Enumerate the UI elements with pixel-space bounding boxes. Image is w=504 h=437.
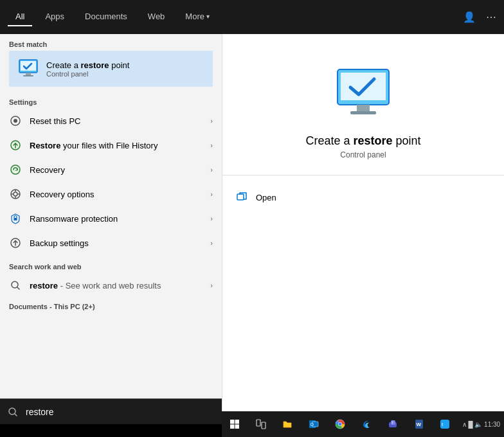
tab-documents[interactable]: Documents [77,8,135,26]
app-subtitle: Control panel [340,150,386,159]
right-panel: Create a restore point Control panel Ope… [222,34,504,424]
best-match-text: Create a restore point Control panel [46,60,129,78]
web-item-text: restore - See work and web results [30,281,210,290]
open-label: Open [256,193,276,202]
best-match-label: Best match [9,40,213,48]
svg-rect-28 [235,420,240,424]
tab-apps[interactable]: Apps [37,8,72,26]
svg-rect-32 [262,422,266,429]
svg-rect-15 [14,218,17,220]
top-nav-bar: All Apps Documents Web More ▾ 👤 ⋯ [0,0,504,34]
backup-icon [9,236,22,249]
svg-point-10 [14,192,17,196]
left-panel: Best match [0,34,222,424]
search-bar[interactable] [0,398,222,424]
settings-section: Settings Reset this PC › [0,91,222,255]
open-action[interactable]: Open [222,186,504,209]
settings-item-recovery-arrow: › [210,166,213,174]
svg-point-5 [14,119,17,123]
best-match-subtitle: Control panel [46,70,129,78]
reset-icon [9,114,22,127]
web-arrow-icon: › [210,281,213,289]
svg-text:O: O [310,422,314,427]
tab-all[interactable]: All [8,8,32,26]
web-search-item[interactable]: restore - See work and web results › [0,273,222,298]
restore-files-icon [9,139,22,152]
svg-rect-31 [256,420,260,426]
svg-point-38 [338,423,341,426]
create-restore-point-icon [334,66,392,118]
settings-item-ransomware[interactable]: Ransomware protection › [0,206,222,231]
systray-icons[interactable]: ∧ █ 🔈 11:30 [458,411,504,437]
settings-item-recovery-options-arrow: › [210,190,213,198]
twitter-button[interactable]: t [432,411,458,437]
svg-rect-21 [341,73,386,100]
settings-item-recovery-options[interactable]: Recovery options › [0,182,222,206]
settings-item-restore-arrow: › [210,141,213,149]
tab-web[interactable]: Web [140,8,173,26]
svg-text:T: T [392,421,393,425]
ellipsis-icon[interactable]: ⋯ [486,11,496,23]
svg-rect-3 [23,75,33,76]
svg-rect-30 [235,425,240,429]
settings-item-restore-files[interactable]: Restore your files with File History › [0,133,222,157]
start-button[interactable] [222,411,248,437]
settings-item-backup-text: Backup settings [30,238,210,248]
svg-line-26 [15,414,17,416]
taskbar: O T [222,411,504,437]
search-icon [9,279,22,292]
web-section: Search work and web restore - See work a… [0,255,222,298]
settings-item-recovery[interactable]: Recovery › [0,157,222,182]
file-explorer-button[interactable] [274,411,301,437]
settings-item-backup[interactable]: Backup settings › [0,231,222,255]
outlook-button[interactable]: O [301,411,327,437]
settings-item-ransomware-text: Ransomware protection [30,214,210,224]
best-match-title: Create a restore point [46,60,129,70]
nav-right: 👤 ⋯ [463,11,496,23]
settings-item-restore-files-text: Restore your files with File History [30,141,210,150]
settings-item-reset-arrow: › [210,117,213,125]
settings-item-backup-arrow: › [210,239,213,247]
person-icon[interactable]: 👤 [463,11,476,23]
word-button[interactable]: W [406,411,432,437]
chrome-button[interactable] [327,411,354,437]
settings-label: Settings [0,96,222,109]
search-bar-icon [0,399,26,425]
app-title: Create a restore point [305,134,420,148]
open-icon [235,191,248,204]
settings-item-reset-text: Reset this PC [30,116,210,126]
task-view-button[interactable] [248,411,274,437]
settings-item-ransomware-arrow: › [210,215,213,222]
docs-label: Documents - This PC (2+) [9,303,213,310]
settings-item-recovery-text: Recovery [30,165,210,175]
settings-item-recovery-options-text: Recovery options [30,190,210,199]
svg-rect-27 [230,420,235,424]
svg-rect-23 [350,111,376,114]
divider [222,175,504,175]
search-input[interactable] [26,407,222,417]
restore-point-icon [17,57,40,80]
svg-rect-29 [230,425,235,429]
svg-rect-22 [357,105,370,111]
web-section-label: Search work and web [0,260,222,273]
teams-button[interactable]: T [379,411,406,437]
docs-section: Documents - This PC (2+) [0,298,222,313]
svg-point-8 [11,165,20,174]
svg-rect-24 [237,194,244,200]
recovery-options-icon [9,188,22,201]
svg-line-19 [17,287,19,289]
more-arrow-icon: ▾ [206,13,210,20]
app-icon-area [331,60,395,124]
best-match-section: Best match [0,34,222,91]
best-match-item[interactable]: Create a restore point Control panel [9,51,213,87]
ransomware-icon [9,212,22,225]
settings-item-reset[interactable]: Reset this PC › [0,109,222,133]
recovery-icon [9,163,22,176]
svg-rect-2 [26,73,31,75]
tab-more[interactable]: More ▾ [177,8,217,26]
edge-button[interactable] [353,411,379,437]
svg-text:W: W [416,422,421,427]
main-panel: Best match [0,34,504,424]
